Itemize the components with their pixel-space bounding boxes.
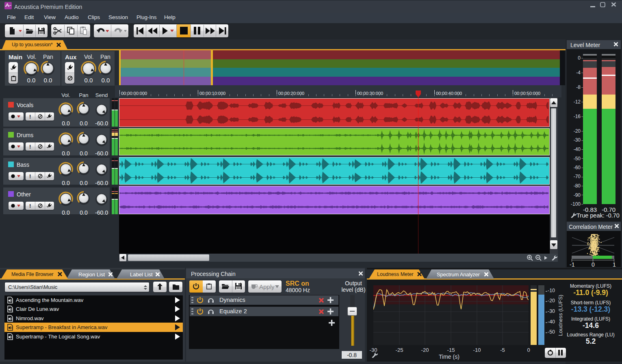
svg-text:Loudness (LUFS): Loudness (LUFS) (557, 295, 563, 336)
